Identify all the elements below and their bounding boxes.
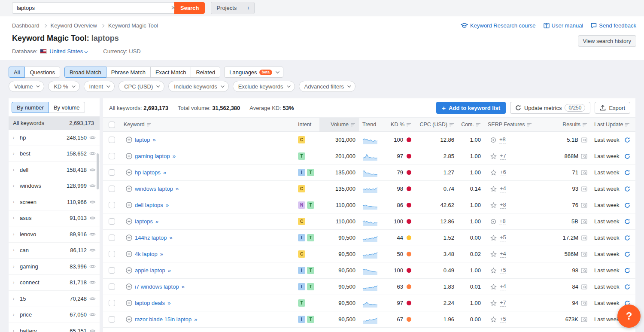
keyword-group-row[interactable]: › battery 65,351 — [9, 323, 100, 332]
serp-preview-icon[interactable] — [581, 219, 587, 224]
serp-preview-icon[interactable] — [581, 203, 587, 208]
serp-preview-icon[interactable] — [581, 154, 587, 159]
keyword-link[interactable]: 144hz laptop — [135, 235, 167, 241]
open-keyword-icon[interactable]: » — [160, 251, 163, 257]
breadcrumb-item[interactable]: Keyword Overview — [51, 22, 97, 29]
add-keyword-icon[interactable] — [126, 283, 132, 290]
projects-button[interactable]: Projects — [211, 2, 242, 14]
row-checkbox[interactable] — [109, 137, 115, 143]
open-keyword-icon[interactable]: » — [173, 153, 175, 159]
open-keyword-icon[interactable]: » — [167, 300, 170, 306]
expand-chevron-icon[interactable]: › — [13, 200, 20, 204]
serp-preview-icon[interactable] — [581, 317, 587, 322]
keyword-group-row[interactable]: › can 86,112 — [9, 243, 100, 259]
filter-exclude-keywords[interactable]: Exclude keywords — [233, 81, 295, 92]
refresh-icon[interactable] — [624, 137, 630, 143]
sidebar-all-keywords-row[interactable]: All keywords 2,693,173 — [9, 116, 100, 130]
expand-chevron-icon[interactable]: › — [13, 280, 20, 285]
filter-cpc-usd-[interactable]: CPC (USD) — [118, 81, 164, 92]
tab-exact-match[interactable]: Exact Match — [150, 67, 191, 78]
expand-chevron-icon[interactable]: › — [13, 232, 20, 237]
filter-advanced-filters[interactable]: Advanced filters — [299, 81, 356, 92]
tab-questions[interactable]: Questions — [24, 67, 60, 78]
filter-volume[interactable]: Volume — [9, 81, 44, 92]
serp-preview-icon[interactable] — [581, 301, 587, 306]
add-keyword-icon[interactable] — [126, 218, 132, 225]
refresh-icon[interactable] — [624, 186, 630, 192]
eye-icon[interactable] — [89, 296, 96, 301]
refresh-icon[interactable] — [624, 235, 630, 241]
tab-all[interactable]: All — [9, 67, 25, 78]
row-checkbox[interactable] — [109, 169, 115, 176]
keyword-group-row[interactable]: › best 158,652 — [9, 146, 100, 162]
open-keyword-icon[interactable]: » — [169, 235, 172, 241]
filter-intent[interactable]: Intent — [84, 81, 115, 92]
keyword-group-row[interactable]: › asus 91,013 — [9, 210, 100, 227]
serp-preview-icon[interactable] — [581, 252, 587, 257]
refresh-icon[interactable] — [624, 268, 630, 274]
refresh-icon[interactable] — [624, 219, 630, 225]
keyword-link[interactable]: razor blade 15in laptop — [135, 316, 191, 323]
column-header-last-update[interactable]: Last Update — [591, 118, 635, 131]
header-link[interactable]: Keyword Research course — [461, 22, 535, 29]
expand-chevron-icon[interactable]: › — [13, 135, 20, 140]
clear-search-icon[interactable]: ✕ — [171, 5, 176, 11]
tab-languages[interactable]: Languages beta — [224, 67, 283, 78]
expand-chevron-icon[interactable]: › — [13, 151, 20, 156]
serp-more-link[interactable]: +8 — [500, 201, 506, 209]
row-checkbox[interactable] — [109, 202, 115, 208]
eye-icon[interactable] — [89, 168, 96, 172]
serp-preview-icon[interactable] — [581, 170, 587, 175]
row-checkbox[interactable] — [109, 186, 115, 192]
serp-more-link[interactable]: +8 — [499, 136, 506, 143]
serp-preview-icon[interactable] — [581, 186, 587, 192]
open-keyword-icon[interactable]: » — [163, 169, 166, 176]
expand-chevron-icon[interactable]: › — [13, 248, 20, 253]
breadcrumb-item[interactable]: Dashboard — [12, 22, 39, 29]
open-keyword-icon[interactable]: » — [182, 283, 184, 290]
open-keyword-icon[interactable]: » — [152, 137, 155, 143]
serp-more-link[interactable]: +4 — [500, 283, 506, 290]
row-checkbox[interactable] — [109, 153, 115, 159]
eye-icon[interactable] — [89, 248, 96, 253]
keyword-group-row[interactable]: › connect 81,718 — [9, 275, 100, 291]
serp-more-link[interactable]: +4 — [500, 250, 506, 258]
export-button[interactable]: Export — [595, 102, 630, 114]
add-keyword-icon[interactable] — [126, 300, 132, 306]
column-header-serp-features[interactable]: SERP Features — [484, 118, 539, 131]
refresh-icon[interactable] — [624, 284, 630, 290]
add-keyword-icon[interactable] — [126, 137, 132, 143]
sidebar-toggle-by-number[interactable]: By number — [12, 102, 49, 113]
row-checkbox[interactable] — [109, 283, 115, 290]
keyword-link[interactable]: 4k laptop — [135, 251, 158, 257]
refresh-icon[interactable] — [624, 251, 630, 257]
serp-more-link[interactable]: +5 — [500, 267, 506, 274]
serp-more-link[interactable]: +8 — [499, 218, 506, 225]
keyword-group-row[interactable]: › gaming 83,996 — [9, 259, 100, 275]
tab-broad-match[interactable]: Broad Match — [64, 67, 106, 78]
serp-more-link[interactable]: +6 — [500, 169, 506, 176]
keyword-link[interactable]: laptops — [135, 218, 153, 225]
eye-icon[interactable] — [89, 200, 96, 204]
new-project-button[interactable]: + — [242, 2, 254, 14]
keyword-group-row[interactable]: › price 67,050 — [9, 307, 100, 323]
search-button[interactable]: Search — [174, 2, 205, 14]
serp-more-link[interactable]: +7 — [500, 152, 506, 160]
expand-chevron-icon[interactable]: › — [13, 296, 20, 301]
column-header-results[interactable]: Results — [539, 118, 591, 131]
header-link[interactable]: User manual — [544, 22, 583, 29]
eye-icon[interactable] — [89, 280, 96, 285]
filter-include-keywords[interactable]: Include keywords — [168, 81, 228, 92]
add-keyword-icon[interactable] — [126, 186, 132, 192]
expand-chevron-icon[interactable]: › — [13, 183, 20, 188]
eye-icon[interactable] — [89, 216, 96, 220]
open-keyword-icon[interactable]: » — [168, 267, 170, 274]
keyword-link[interactable]: laptop deals — [135, 300, 165, 306]
view-search-history-button[interactable]: View search history — [578, 35, 636, 47]
add-keyword-icon[interactable] — [126, 169, 132, 176]
keyword-link[interactable]: gaming laptop — [135, 153, 170, 159]
serp-preview-icon[interactable] — [581, 284, 587, 289]
serp-more-link[interactable]: +5 — [500, 316, 506, 323]
expand-chevron-icon[interactable]: › — [13, 216, 20, 220]
keyword-group-row[interactable]: › dell 158,418 — [9, 162, 100, 178]
